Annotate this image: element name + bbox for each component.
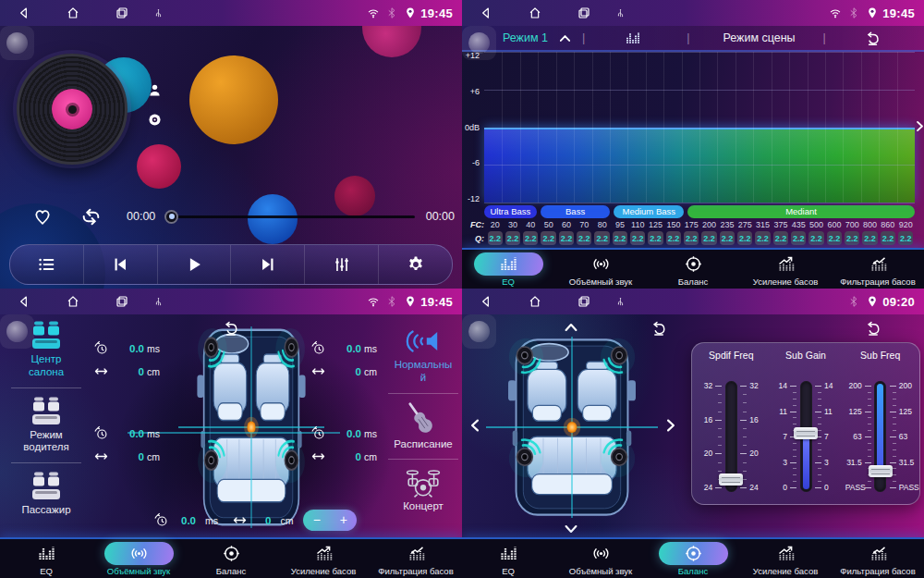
delay-ms-value[interactable]: 0.0 bbox=[129, 428, 144, 439]
tab-bass-filter[interactable]: Фильтрация басов bbox=[832, 539, 924, 578]
sub-freq-slider[interactable]: 200200125125636331.531.5PASSPASS bbox=[845, 377, 916, 496]
q-value-button[interactable]: 2.2 bbox=[630, 231, 645, 245]
back-icon[interactable] bbox=[17, 294, 31, 309]
playlist-button[interactable] bbox=[10, 245, 83, 284]
q-value-button[interactable]: 2.2 bbox=[684, 231, 699, 245]
tab-bass-filter[interactable]: Фильтрация басов bbox=[832, 250, 924, 289]
chevron-left-icon[interactable] bbox=[466, 416, 484, 435]
chevron-right-icon[interactable] bbox=[662, 416, 680, 435]
repeat-icon[interactable] bbox=[79, 205, 103, 228]
distance-icon[interactable] bbox=[310, 363, 326, 379]
tab-bass-boost[interactable]: Усиление басов bbox=[277, 539, 370, 578]
q-value-button[interactable]: 2.2 bbox=[737, 231, 752, 245]
eq-mode-selector[interactable]: Режим 1 bbox=[503, 31, 548, 44]
q-value-button[interactable]: 2.2 bbox=[488, 231, 503, 245]
recents-icon[interactable] bbox=[577, 6, 591, 20]
scene-normal[interactable]: Нормальный bbox=[384, 324, 462, 387]
back-icon[interactable] bbox=[479, 294, 493, 309]
tab-bass-filter[interactable]: Фильтрация басов bbox=[370, 539, 462, 578]
q-value-button[interactable]: 2.2 bbox=[808, 231, 823, 245]
volume-knob[interactable] bbox=[462, 26, 496, 60]
back-icon[interactable] bbox=[479, 6, 493, 20]
position-driver-mode[interactable]: Режим водителя bbox=[0, 394, 92, 458]
chevron-down-icon[interactable] bbox=[562, 520, 580, 538]
q-value-button[interactable]: 2.2 bbox=[613, 231, 627, 245]
q-value-button[interactable]: 2.2 bbox=[898, 231, 913, 245]
home-icon[interactable] bbox=[66, 6, 80, 20]
slider-handle[interactable] bbox=[869, 465, 893, 477]
delay-cm-value[interactable]: 0 bbox=[139, 366, 144, 377]
play-button[interactable] bbox=[157, 245, 231, 284]
slider-handle[interactable] bbox=[794, 427, 818, 439]
distance-icon[interactable] bbox=[310, 449, 326, 464]
chevron-up-icon[interactable] bbox=[562, 318, 580, 337]
reset-icon[interactable] bbox=[864, 30, 881, 47]
volume-knob[interactable] bbox=[462, 314, 496, 349]
reset-icon[interactable] bbox=[222, 319, 240, 338]
reset-icon[interactable] bbox=[650, 319, 668, 338]
delay-clock-icon[interactable] bbox=[310, 340, 326, 356]
tab-surround-sound[interactable]: Объёмный звук bbox=[92, 539, 185, 578]
previous-track-button[interactable] bbox=[83, 245, 157, 284]
home-icon[interactable] bbox=[528, 294, 542, 309]
recents-icon[interactable] bbox=[115, 6, 129, 20]
home-icon[interactable] bbox=[528, 6, 542, 20]
q-value-button[interactable]: 2.2 bbox=[755, 231, 770, 245]
q-value-button[interactable]: 2.2 bbox=[505, 231, 520, 245]
decrease-button[interactable]: − bbox=[303, 510, 330, 531]
q-value-button[interactable]: 2.2 bbox=[701, 231, 716, 245]
q-value-button[interactable]: 2.2 bbox=[523, 231, 538, 245]
delay-clock-icon[interactable] bbox=[310, 425, 326, 441]
recents-icon[interactable] bbox=[577, 294, 591, 309]
q-value-button[interactable]: 2.2 bbox=[845, 231, 859, 245]
position-passenger[interactable]: Пассажир bbox=[0, 469, 92, 520]
distance-icon[interactable] bbox=[93, 449, 109, 464]
back-icon[interactable] bbox=[17, 6, 31, 20]
distance-icon[interactable] bbox=[93, 363, 109, 379]
seek-bar[interactable] bbox=[166, 215, 414, 218]
audio-effects-button[interactable] bbox=[304, 245, 378, 284]
home-icon[interactable] bbox=[66, 294, 80, 309]
tab-balance[interactable]: Баланс bbox=[185, 539, 277, 578]
eq-bars-icon[interactable] bbox=[624, 30, 642, 46]
tab-eq[interactable]: EQ bbox=[0, 539, 92, 578]
q-value-button[interactable]: 2.2 bbox=[827, 231, 842, 245]
q-value-button[interactable]: 2.2 bbox=[881, 231, 895, 245]
tab-bass-boost[interactable]: Усиление басов bbox=[739, 250, 832, 289]
eq-plot-area[interactable] bbox=[484, 52, 915, 203]
delay-cm-value[interactable]: 0 bbox=[139, 451, 144, 462]
reset-icon[interactable] bbox=[864, 319, 882, 338]
spdif-freq-slider[interactable]: 3232161620202424 bbox=[696, 377, 766, 496]
delay-ms-value[interactable]: 0.0 bbox=[346, 343, 361, 354]
settings-button[interactable] bbox=[378, 245, 452, 284]
delay-cm-value[interactable]: 0 bbox=[356, 366, 361, 377]
delay-clock-icon[interactable] bbox=[93, 340, 109, 356]
q-value-button[interactable]: 2.2 bbox=[666, 231, 681, 245]
scene-schedule[interactable]: Расписание bbox=[384, 400, 462, 454]
delay-cm-value[interactable]: 0 bbox=[356, 451, 361, 462]
q-value-button[interactable]: 2.2 bbox=[773, 231, 788, 245]
tab-surround-sound[interactable]: Объёмный звук bbox=[554, 539, 647, 578]
delay-ms-value[interactable]: 0.0 bbox=[346, 428, 361, 439]
tab-eq[interactable]: EQ bbox=[462, 250, 554, 289]
next-track-button[interactable] bbox=[230, 245, 304, 284]
q-value-button[interactable]: 2.2 bbox=[648, 231, 663, 245]
q-value-button[interactable]: 2.2 bbox=[577, 231, 591, 245]
increase-button[interactable]: + bbox=[330, 510, 357, 531]
q-value-button[interactable]: 2.2 bbox=[720, 231, 735, 245]
seek-thumb[interactable] bbox=[164, 210, 178, 224]
favorite-icon[interactable] bbox=[32, 206, 53, 227]
tab-bass-boost[interactable]: Усиление басов bbox=[739, 539, 832, 578]
tab-eq[interactable]: EQ bbox=[462, 539, 554, 578]
tab-balance[interactable]: Баланс bbox=[647, 250, 739, 289]
tab-balance[interactable]: Баланс bbox=[647, 539, 739, 578]
delay-ms-value[interactable]: 0.0 bbox=[129, 343, 144, 354]
recents-icon[interactable] bbox=[115, 294, 129, 309]
chevron-up-icon[interactable] bbox=[557, 31, 573, 46]
volume-knob[interactable] bbox=[0, 26, 34, 60]
next-page-arrow[interactable] bbox=[912, 118, 924, 134]
scene-mode-button[interactable]: Режим сцены bbox=[723, 31, 795, 44]
q-value-button[interactable]: 2.2 bbox=[594, 231, 609, 245]
scene-concert[interactable]: Концерт bbox=[384, 465, 462, 516]
delay-clock-icon[interactable] bbox=[93, 425, 109, 441]
